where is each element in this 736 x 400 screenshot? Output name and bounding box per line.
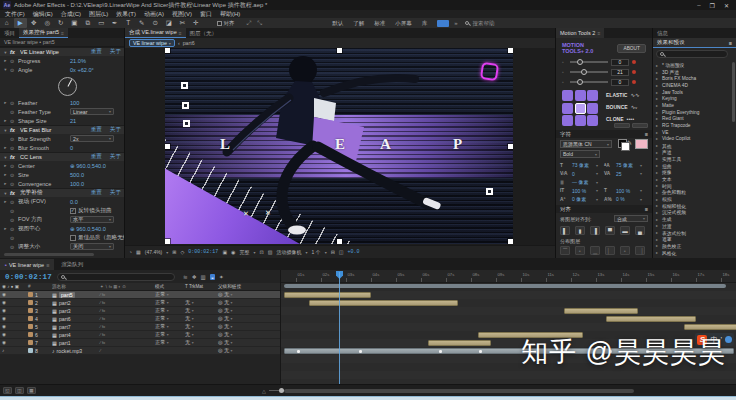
tab-render-queue[interactable]: 渲染队列 xyxy=(56,259,88,270)
trkmat-select[interactable]: 无 ▾ xyxy=(185,299,218,306)
reset-link[interactable]: 重置 xyxy=(91,189,102,197)
stopwatch-icon[interactable]: ⊙ xyxy=(10,226,16,232)
zoom-level[interactable]: (47.4%) xyxy=(145,249,163,255)
orbit-camera-tool[interactable]: ↻ xyxy=(54,18,68,28)
slider-track[interactable] xyxy=(570,71,608,73)
mode-select[interactable]: 正常 ▾ xyxy=(155,323,185,330)
effect-category-item[interactable]: ▸抠像 xyxy=(653,169,731,176)
zoom-out-icon[interactable]: △ xyxy=(262,388,266,394)
slider-track[interactable] xyxy=(570,61,608,63)
mt-action[interactable]: BOUNCE∿ᵥ xyxy=(606,104,637,110)
viewer-timecode[interactable]: 0:00:02:17 xyxy=(188,249,218,255)
property-value[interactable]: 0.0 xyxy=(70,199,78,205)
horizontal-scrollbar[interactable] xyxy=(4,253,94,256)
anchor-cell[interactable] xyxy=(587,115,598,126)
parent-select[interactable]: ◎ 无 ▾ xyxy=(218,339,279,346)
stopwatch-icon[interactable]: ⊙ xyxy=(10,58,16,64)
parent-select[interactable]: ◎ 无 ▾ xyxy=(218,299,279,306)
char-setting-value[interactable]: 0 % xyxy=(616,196,640,202)
effect-category-item[interactable]: ▸风格化 xyxy=(653,249,731,256)
effects-presets-header[interactable]: 效果和预设 ≡ xyxy=(653,38,736,48)
camera-view[interactable]: 活动摄像机 xyxy=(276,249,301,255)
layer-switches[interactable]: ∕ xyxy=(100,348,155,353)
zoom-tool[interactable]: ◎ xyxy=(41,18,55,28)
char-setting-value[interactable]: — 像素 xyxy=(572,179,596,185)
layer-duration-bar[interactable] xyxy=(284,292,371,298)
effect-category-item[interactable]: ▸RG Trapcode xyxy=(653,122,731,129)
stopwatch-icon[interactable]: ⊙ xyxy=(10,67,16,73)
trkmat-select[interactable]: 无 ▾ xyxy=(185,339,218,346)
anchor-cell[interactable] xyxy=(575,103,586,114)
layer-anchor-handle[interactable] xyxy=(486,188,493,195)
keyframe-dot-icon[interactable] xyxy=(632,70,636,74)
stroke-swatch[interactable] xyxy=(618,139,627,148)
keyframe-dot-icon[interactable] xyxy=(632,60,636,64)
col-mode[interactable]: 模式 xyxy=(155,284,185,289)
reset-link[interactable]: 重置 xyxy=(91,126,102,134)
parent-select[interactable]: ◎ 无 ▾ xyxy=(218,331,279,338)
always-preview-icon[interactable]: ◔ xyxy=(129,249,132,255)
font-style-select[interactable]: Bold▾ xyxy=(560,150,600,158)
text-tool[interactable]: T xyxy=(122,18,136,28)
twirl-icon[interactable]: ▸ xyxy=(3,163,8,168)
vertical-scrollbar[interactable] xyxy=(732,62,735,122)
visibility-eye-icon[interactable]: ◉ xyxy=(0,340,28,345)
selection-handle[interactable] xyxy=(165,144,170,149)
active-workspace-indicator[interactable] xyxy=(437,20,449,27)
exposure[interactable]: +0.0 xyxy=(348,249,360,255)
timeline-option-icon[interactable]: ❖ xyxy=(192,274,197,280)
pan-behind-tool[interactable]: ⧉ xyxy=(81,18,95,28)
align-button[interactable]: ▬ xyxy=(620,226,630,235)
align-button[interactable]: ▌ xyxy=(560,226,570,235)
layer-row[interactable]: ♪8♪rocket.mp3∕◎ 无 ▾ xyxy=(0,347,280,355)
effect-category-item[interactable]: ▸过渡 xyxy=(653,223,731,230)
layer-color-chip[interactable] xyxy=(28,316,33,321)
tab-effect-controls[interactable]: 效果控件 part5 ≡ xyxy=(19,28,68,38)
audio-toggle-icon[interactable]: ♪ xyxy=(0,348,28,353)
grid-guides-icon[interactable]: ⊞ xyxy=(172,249,176,255)
help-search[interactable]: 搜索帮助 xyxy=(465,20,494,27)
char-setting-value[interactable]: 100 % xyxy=(616,188,640,194)
region-of-interest-icon[interactable]: ⊡ xyxy=(260,249,264,255)
char-setting-value[interactable]: 0 xyxy=(572,171,596,177)
brush-tool[interactable]: ✎ xyxy=(135,18,149,28)
property-value[interactable]: 100 xyxy=(70,100,79,106)
property-value[interactable]: 100.0 xyxy=(70,181,84,187)
twirl-icon[interactable]: ▸ xyxy=(3,58,8,63)
effect-category-item[interactable]: ▸扭曲 xyxy=(653,162,731,169)
character-panel-header[interactable]: 字符 ≡ xyxy=(556,130,652,138)
effect-category-item[interactable]: ▸时间 xyxy=(653,182,731,189)
tab-motion-tools[interactable]: Motion Tools 2 ≡ xyxy=(556,28,604,38)
composition-viewer[interactable]: LEAP ✕✕ xyxy=(125,48,555,245)
stopwatch-icon[interactable]: ⊙ xyxy=(10,163,16,169)
hand-tool[interactable]: ✥ xyxy=(27,18,41,28)
effect-category-item[interactable]: ▸实用工具 xyxy=(653,156,731,163)
effect-category-item[interactable]: ▸声道 xyxy=(653,149,731,156)
property-value[interactable]: 0x +62.0° xyxy=(70,67,94,73)
layer-color-chip[interactable] xyxy=(28,340,33,345)
layer-color-chip[interactable] xyxy=(28,332,33,337)
workspace-tab[interactable]: 默认 xyxy=(332,20,343,27)
layer-color-chip[interactable] xyxy=(28,324,33,329)
layer-color-chip[interactable] xyxy=(28,308,33,313)
selection-handle[interactable] xyxy=(508,48,513,53)
effect-category-item[interactable]: ▸Boris FX Mocha xyxy=(653,75,731,82)
col-source-name[interactable]: 源名称 xyxy=(52,284,100,289)
stopwatch-icon[interactable]: ⊙ xyxy=(10,208,16,214)
panel-menu-icon[interactable]: ≡ xyxy=(179,30,182,36)
show-channel-icon[interactable]: ◉ xyxy=(231,249,235,255)
stopwatch-icon[interactable]: ⊙ xyxy=(10,244,16,250)
distribute-button[interactable]: ▕ xyxy=(635,246,645,255)
stopwatch-icon[interactable]: ⊙ xyxy=(10,136,16,142)
layer-color-chip[interactable] xyxy=(28,292,33,297)
stopwatch-icon[interactable]: ⊙ xyxy=(10,118,16,124)
layer-anchor-handle[interactable] xyxy=(181,82,188,89)
mt-action[interactable]: ELASTIC∿∿ xyxy=(606,92,640,98)
visibility-eye-icon[interactable]: ◉ xyxy=(0,308,28,313)
mt-action[interactable]: CLONE•••• xyxy=(606,116,634,122)
point-value[interactable]: ⊕ 960.0,540.0 xyxy=(70,226,106,232)
layer-duration-bar[interactable] xyxy=(606,316,696,322)
layer-name-cell[interactable]: ▦part6 xyxy=(52,316,100,322)
selection-handle[interactable] xyxy=(508,144,513,149)
char-setting-value[interactable]: 73 像素 xyxy=(572,162,596,168)
